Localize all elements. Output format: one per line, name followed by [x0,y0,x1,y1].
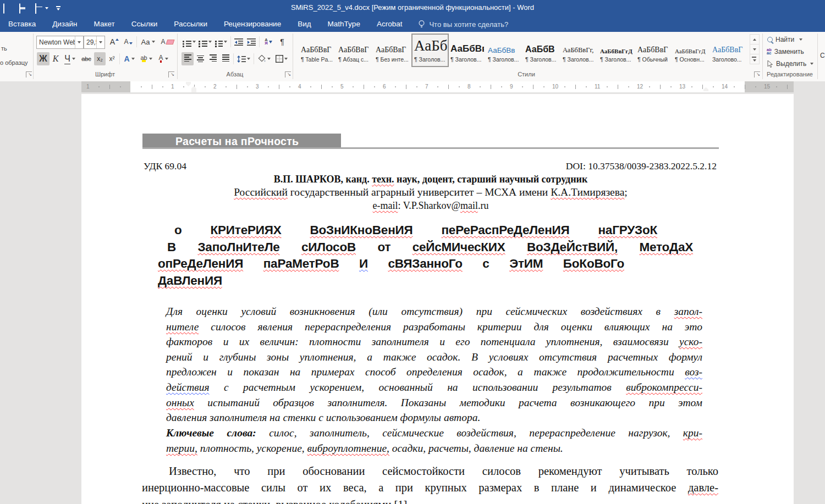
clipboard-partial-format-painter-label[interactable]: о образцу [0,59,28,66]
italic-icon: К [53,54,59,64]
italic-button[interactable]: К [50,52,61,65]
grow-font-button[interactable]: А [108,36,121,48]
strikethrough-button[interactable]: abc [79,52,94,65]
paragraph-dialog-launcher[interactable] [285,71,291,77]
abstract-line: онных испытаний образцов заполнителя. По… [166,395,702,411]
ruler-tick [501,86,502,87]
ruler-tick [480,86,481,87]
mini-separator [233,53,234,64]
underline-button[interactable]: Ч [62,52,78,65]
multilevel-list-button[interactable] [213,36,229,48]
style-item-zagolovok-6[interactable]: АаБбВвГгД ¶ Заголов... [598,35,634,65]
table-edit-icon[interactable] [35,4,48,13]
tab-recenzirovanie[interactable]: Рецензирование [216,16,289,32]
align-left-button[interactable] [182,52,194,65]
align-right-button[interactable] [207,52,219,65]
align-right-icon [210,54,217,63]
justify-button[interactable] [219,52,232,65]
new-document-icon[interactable] [3,4,12,13]
style-item-zagolovok-blue[interactable]: АаБбВвГ Заголово... [711,35,746,65]
ruler-tick [745,85,745,89]
abstract: Для оценки условий возникновения (или от… [166,304,702,425]
style-preview: АаБбВвГгД [673,35,708,54]
shrink-font-button[interactable]: А [122,36,135,48]
decrease-indent-button[interactable] [233,36,245,48]
font-color-button[interactable]: А [156,52,171,65]
ruler-tick [226,86,227,87]
body-line: инерционно-массовые силы от их веса, а п… [142,479,718,496]
bullets-button[interactable] [182,36,197,48]
style-item-zagolovok-5[interactable]: АаБбВвГг, ¶ Заголов... [561,35,596,65]
style-item-osnovnoj[interactable]: АаБбВвГгД ¶ Основн... [673,35,708,65]
ruler-tick [448,85,449,89]
hanging-indent-marker[interactable] [191,86,196,90]
clipboard-partial-paste-label[interactable]: ть [1,45,7,52]
bold-button[interactable]: Ж [37,52,50,65]
group-separator [762,34,763,79]
ruler-tick [162,86,163,87]
align-center-button[interactable] [194,52,206,65]
change-case-icon: Аа [141,38,150,46]
tab-vstavka[interactable]: Вставка [0,16,44,32]
styles-gallery-more[interactable] [750,54,760,64]
style-item-zagolovok-2[interactable]: АаБбВвГ ¶ Заголов... [449,35,484,65]
ruler-tick [533,85,534,89]
print-preview-icon[interactable] [19,4,28,13]
styles-scroll-up[interactable] [750,34,760,45]
style-item-abzac[interactable]: АаБбВвГ ¶ Абзац с... [337,35,372,65]
editing-group-label: Редактирование [763,71,816,77]
title-line: о КРИтеРИЯХ ВоЗнИКноВенИЯ пеРеРаспРеДеЛе… [158,222,657,239]
shading-button[interactable] [256,52,272,65]
style-preview: АаБбВвГ [299,35,334,54]
font-size-dropdown[interactable] [96,36,105,48]
font-name-combobox[interactable]: Newton Web [36,36,84,49]
font-size-combobox[interactable]: 29,5 [84,36,105,49]
shrink-font-icon: А [124,38,128,46]
first-line-indent-marker[interactable] [186,82,191,86]
style-item-obychnyj[interactable]: АаБбВвГ ¶ Обычный [636,35,671,65]
superscript-button[interactable]: x² [106,52,118,65]
text-effects-button[interactable]: А [122,52,137,65]
tab-ssylki[interactable]: Ссылки [123,16,166,32]
customize-qat-icon[interactable] [56,6,61,10]
tab-vid[interactable]: Вид [289,16,319,32]
ruler-tick [268,86,269,87]
select-button[interactable]: Выделить [767,60,813,68]
style-item-zagolovok-selected[interactable]: АаБбВвГ ¶ Заголов... [411,34,449,67]
numbering-button[interactable] [197,36,213,48]
ruler-number: 1 [86,81,90,92]
right-indent-marker[interactable] [703,87,708,91]
replace-button[interactable]: ab ac Заменить [767,48,804,56]
change-case-button[interactable]: Аа [139,36,157,48]
line-spacing-button[interactable] [235,52,252,65]
tab-mathtype[interactable]: MathType [320,16,369,32]
clear-formatting-button[interactable]: А [160,36,175,48]
sort-button[interactable]: А Я [261,36,276,48]
decrease-indent-icon [234,38,243,46]
tab-rassylki[interactable]: Рассылки [166,16,216,32]
font-dialog-launcher[interactable] [168,71,174,77]
font-name-dropdown[interactable] [75,36,83,48]
ruler-tick [141,86,142,87]
ruler-number: 6 [383,81,386,92]
style-item-zagolovok-4[interactable]: АаБбВ ¶ Заголов... [524,35,559,65]
subscript-button[interactable]: x₂ [94,52,106,65]
style-item-bez-inte[interactable]: АаБбВвГ ¶ Без инте... [374,35,409,65]
tab-dizayn[interactable]: Дизайн [44,16,85,32]
horizontal-ruler[interactable]: 1234567891011121314151 [81,81,794,92]
styles-dialog-launcher[interactable] [754,71,760,77]
style-item-zagolovok-3[interactable]: АаБбВв ¶ Заголов... [486,35,521,65]
body-line: ние заполнителя на стенки, вызванное кол… [142,496,718,504]
styles-scroll-down[interactable] [750,44,760,54]
tell-me-box[interactable]: Что вы хотите сделать? [410,20,508,29]
highlight-color-button[interactable]: ab [138,52,155,65]
show-paragraph-marks-button[interactable]: ¶ [277,36,288,48]
document-page[interactable]: Расчеты на пРочность УДК 69.04 DOI: 10.3… [81,94,794,504]
borders-button[interactable] [273,52,290,65]
tab-acrobat[interactable]: Acrobat [369,16,411,32]
find-button[interactable]: Найти [767,36,802,43]
tab-maket[interactable]: Макет [86,16,123,32]
clipboard-dialog-launcher[interactable] [26,71,32,77]
increase-indent-button[interactable] [245,36,257,48]
style-item-table-pa[interactable]: АаБбВвГ ¶ Table Pa... [299,35,334,65]
